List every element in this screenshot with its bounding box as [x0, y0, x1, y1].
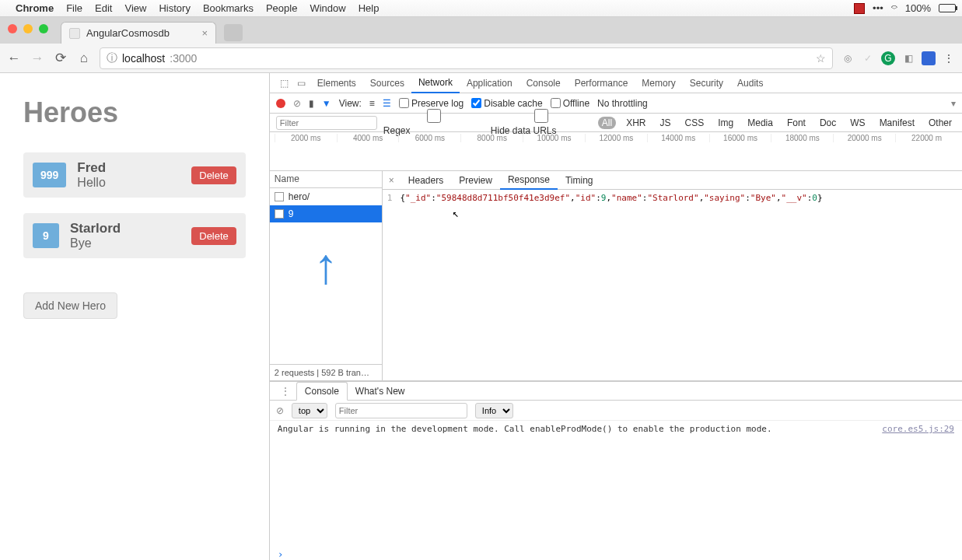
filter-type-xhr[interactable]: XHR — [622, 117, 649, 129]
inspect-icon[interactable]: ⬚ — [276, 78, 293, 89]
filter-type-js[interactable]: JS — [656, 117, 675, 129]
menu-view[interactable]: View — [124, 2, 146, 14]
menu-extras-icon[interactable]: ••• — [873, 2, 883, 14]
filter-type-img[interactable]: Img — [714, 117, 737, 129]
tab-elements[interactable]: Elements — [310, 73, 363, 93]
add-new-hero-button[interactable]: Add New Hero — [23, 292, 117, 319]
clear-icon[interactable]: ⊘ — [293, 98, 301, 109]
chevron-down-icon[interactable]: ▾ — [951, 98, 956, 109]
filter-type-font[interactable]: Font — [783, 117, 810, 129]
tab-performance[interactable]: Performance — [568, 73, 635, 93]
detail-tab-preview[interactable]: Preview — [451, 171, 500, 190]
throttling-select[interactable]: No throttling — [597, 98, 648, 109]
filter-type-all[interactable]: All — [598, 117, 616, 129]
delete-button[interactable]: Delete — [191, 166, 236, 184]
filter-input[interactable] — [276, 116, 377, 130]
window-controls[interactable] — [8, 24, 48, 33]
detail-tab-headers[interactable]: Headers — [401, 171, 451, 190]
console-log-area[interactable]: Angular is running in the development mo… — [270, 421, 962, 548]
url-host: localhost — [122, 52, 165, 65]
tab-audits[interactable]: Audits — [730, 73, 770, 93]
mouse-cursor-icon: ↖ — [453, 207, 459, 219]
menu-people[interactable]: People — [266, 2, 297, 14]
devtools-panel: ⬚ ▭ Elements Sources Network Application… — [269, 73, 962, 560]
tick: 20000 ms — [833, 134, 895, 142]
home-button[interactable]: ⌂ — [76, 51, 92, 66]
filter-type-media[interactable]: Media — [743, 117, 777, 129]
tab-memory[interactable]: Memory — [635, 73, 682, 93]
extension-icon[interactable]: ◎ — [841, 51, 855, 65]
drawer-tab-whatsnew[interactable]: What's New — [348, 382, 413, 401]
app-name[interactable]: Chrome — [16, 2, 54, 14]
battery-percent: 100% — [905, 2, 931, 14]
log-level-select[interactable]: Info — [475, 403, 513, 418]
address-bar[interactable]: ⓘ localhost:3000 ☆ — [100, 47, 833, 69]
tab-sources[interactable]: Sources — [363, 73, 411, 93]
filter-toggle-icon[interactable]: ▼ — [322, 98, 331, 109]
preserve-log-checkbox[interactable]: Preserve log — [399, 98, 464, 109]
wifi-icon[interactable]: ⌔ — [891, 2, 897, 14]
record-icon[interactable] — [276, 99, 285, 108]
tab-security[interactable]: Security — [683, 73, 730, 93]
close-detail-icon[interactable]: × — [383, 175, 401, 186]
extension-icon[interactable]: ◧ — [901, 51, 915, 65]
view-list-icon[interactable]: ≡ — [369, 98, 375, 109]
drawer-menu-icon[interactable]: ⋮ — [275, 386, 296, 397]
response-body[interactable]: 1{"_id":"59848d8d711bf50f41e3d9ef","id":… — [383, 190, 962, 380]
filter-type-doc[interactable]: Doc — [816, 117, 840, 129]
filter-type-other[interactable]: Other — [925, 117, 956, 129]
extension-icon[interactable] — [922, 51, 936, 65]
close-window-icon[interactable] — [8, 24, 17, 33]
hero-card[interactable]: 999 Fred Hello Delete — [23, 152, 246, 198]
menu-help[interactable]: Help — [359, 2, 380, 14]
network-timeline[interactable]: 2000 ms 4000 ms 6000 ms 8000 ms 10000 ms… — [270, 132, 962, 171]
bookmark-star-icon[interactable]: ☆ — [816, 52, 826, 65]
log-source-link[interactable]: core.es5.js:29 — [882, 424, 954, 545]
disable-cache-checkbox[interactable]: Disable cache — [471, 98, 542, 109]
request-row[interactable]: 9 — [270, 205, 382, 222]
close-tab-icon[interactable]: × — [201, 27, 208, 39]
maximize-window-icon[interactable] — [39, 24, 48, 33]
menu-file[interactable]: File — [66, 2, 82, 14]
detail-tab-response[interactable]: Response — [500, 171, 558, 190]
forward-button: → — [30, 51, 45, 66]
detail-tab-timing[interactable]: Timing — [558, 171, 601, 190]
new-tab-button[interactable] — [224, 24, 243, 41]
context-select[interactable]: top — [292, 403, 327, 418]
tab-network[interactable]: Network — [411, 73, 460, 93]
battery-icon[interactable] — [939, 4, 956, 12]
browser-tab[interactable]: AngularCosmosdb × — [61, 22, 216, 44]
menu-edit[interactable]: Edit — [95, 2, 112, 14]
minimize-window-icon[interactable] — [23, 24, 33, 33]
chrome-menu-icon[interactable]: ⋮ — [942, 51, 956, 65]
tab-application[interactable]: Application — [460, 73, 519, 93]
hero-name: Fred — [77, 160, 106, 176]
log-message: Angular is running in the development mo… — [278, 424, 882, 545]
clear-console-icon[interactable]: ⊘ — [276, 405, 284, 416]
menu-history[interactable]: History — [159, 2, 190, 14]
console-prompt[interactable]: › — [270, 548, 962, 560]
drawer-tab-console[interactable]: Console — [296, 382, 348, 401]
delete-button[interactable]: Delete — [191, 227, 236, 245]
request-list-header[interactable]: Name — [270, 171, 382, 188]
filter-type-ws[interactable]: WS — [846, 117, 869, 129]
recording-icon[interactable] — [854, 3, 865, 14]
menu-bookmarks[interactable]: Bookmarks — [203, 2, 254, 14]
request-row[interactable]: hero/ — [270, 188, 382, 205]
device-toggle-icon[interactable]: ▭ — [293, 78, 310, 89]
back-button[interactable]: ← — [6, 51, 22, 66]
reload-button[interactable]: ⟳ — [53, 50, 68, 66]
hero-card[interactable]: 9 Starlord Bye Delete — [23, 213, 246, 258]
site-info-icon[interactable]: ⓘ — [107, 51, 117, 65]
extension-icon[interactable]: G — [881, 51, 895, 65]
favicon-icon — [69, 28, 80, 39]
console-filter-input[interactable] — [335, 403, 467, 418]
camera-icon[interactable]: ▮ — [309, 98, 314, 109]
filter-type-manifest[interactable]: Manifest — [876, 117, 918, 129]
tab-console[interactable]: Console — [519, 73, 568, 93]
menu-window[interactable]: Window — [310, 2, 345, 14]
view-tree-icon[interactable]: ☰ — [383, 98, 391, 109]
extension-icon[interactable]: ✓ — [861, 51, 875, 65]
offline-checkbox[interactable]: Offline — [551, 98, 589, 109]
filter-type-css[interactable]: CSS — [681, 117, 708, 129]
